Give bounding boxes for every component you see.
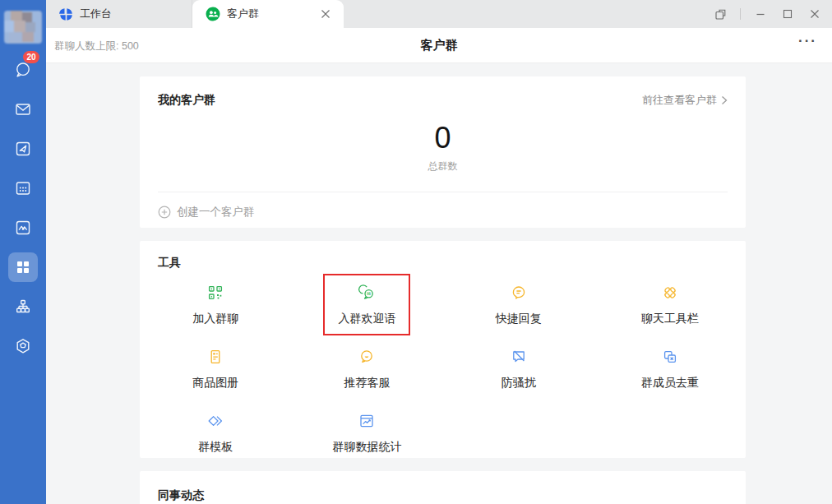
qr-code-icon bbox=[207, 284, 224, 301]
my-groups-card: 我的客户群 前往查看客户群 0 总群数 创建一个客户群 bbox=[140, 76, 746, 228]
calendar-icon bbox=[13, 178, 33, 198]
view-groups-link[interactable]: 前往查看客户群 bbox=[642, 93, 728, 108]
tool-label: 入群欢迎语 bbox=[338, 312, 395, 326]
tool-label: 群成员去重 bbox=[641, 376, 699, 391]
org-chart-icon bbox=[13, 297, 33, 317]
welcome-message-icon: Hi bbox=[358, 284, 376, 301]
tool-group-template[interactable]: 群模板 bbox=[183, 402, 247, 464]
tab-customer-group-label: 客户群 bbox=[227, 7, 259, 21]
colleague-feed-card: 同事动态 bbox=[140, 471, 746, 504]
tool-product-album[interactable]: 商品图册 bbox=[178, 338, 253, 400]
page-header: 群聊人数上限: 500 客户群 ··· bbox=[46, 28, 832, 63]
tool-label: 商品图册 bbox=[192, 376, 238, 391]
group-template-icon bbox=[207, 413, 224, 429]
main-content: 我的客户群 前往查看客户群 0 总群数 创建一个客户群 工具 bbox=[46, 63, 832, 504]
apps-grid-icon bbox=[13, 257, 33, 277]
chevron-right-icon bbox=[721, 95, 728, 105]
tab-customer-group[interactable]: 客户群 bbox=[192, 0, 344, 28]
app-sidebar: 20 bbox=[0, 0, 46, 504]
tab-workbench[interactable]: 工作台 bbox=[46, 0, 192, 28]
tool-label: 群聊数据统计 bbox=[332, 440, 401, 455]
tab-workbench-label: 工作台 bbox=[80, 7, 112, 21]
tool-recommend-service[interactable]: 推荐客服 bbox=[329, 338, 404, 400]
tools-grid: 加入群聊 Hi 入群欢迎语 bbox=[140, 274, 746, 466]
sidebar-item-calendar[interactable] bbox=[8, 173, 38, 203]
avatar-mosaic bbox=[4, 11, 42, 44]
sidebar-item-org[interactable] bbox=[8, 292, 38, 321]
sidebar-item-mail[interactable] bbox=[8, 95, 38, 124]
gallery-icon bbox=[13, 218, 33, 238]
tool-label: 防骚扰 bbox=[502, 376, 536, 391]
tool-welcome-message[interactable]: Hi 入群欢迎语 bbox=[323, 274, 410, 335]
total-groups-label: 总群数 bbox=[158, 160, 728, 173]
tool-member-dedupe[interactable]: 群成员去重 bbox=[626, 338, 714, 400]
sidebar-item-workbench[interactable] bbox=[8, 252, 38, 282]
my-groups-title: 我的客户群 bbox=[158, 93, 215, 108]
sidebar-item-chats[interactable]: 20 bbox=[8, 55, 38, 85]
doc-send-icon bbox=[13, 139, 33, 159]
tool-label: 加入群聊 bbox=[192, 312, 238, 326]
tool-label: 聊天工具栏 bbox=[641, 312, 699, 326]
tools-title: 工具 bbox=[140, 256, 746, 270]
workbench-tab-icon bbox=[59, 7, 73, 21]
more-menu-button[interactable]: ··· bbox=[798, 33, 817, 49]
tool-label: 群模板 bbox=[198, 440, 233, 455]
member-dedupe-icon bbox=[662, 349, 678, 365]
window-controls bbox=[713, 0, 832, 28]
tab-close-icon[interactable] bbox=[321, 9, 330, 19]
create-group-button[interactable]: 创建一个客户群 bbox=[158, 205, 728, 220]
tools-card: 工具 加入群聊 bbox=[140, 241, 746, 458]
hexagon-plugin-icon bbox=[13, 336, 33, 356]
plus-circle-icon bbox=[158, 206, 171, 219]
customer-group-tab-icon bbox=[206, 7, 220, 21]
sidebar-item-docs[interactable] bbox=[8, 134, 38, 164]
view-groups-link-label: 前往查看客户群 bbox=[642, 93, 717, 108]
popout-window-icon[interactable] bbox=[713, 7, 728, 21]
group-stats-icon bbox=[358, 413, 375, 429]
maximize-icon[interactable] bbox=[780, 7, 795, 21]
recommend-service-icon bbox=[358, 349, 375, 365]
tool-chat-toolbar[interactable]: 聊天工具栏 bbox=[626, 274, 714, 335]
close-window-icon[interactable] bbox=[807, 7, 822, 21]
minimize-icon[interactable] bbox=[753, 7, 768, 21]
sidebar-item-plugins[interactable] bbox=[8, 331, 38, 361]
svg-text:Hi: Hi bbox=[367, 292, 372, 296]
page-title: 客户群 bbox=[46, 38, 832, 53]
anti-spam-icon bbox=[511, 349, 527, 365]
unread-badge: 20 bbox=[23, 51, 39, 63]
tool-label: 快捷回复 bbox=[496, 312, 542, 326]
product-album-icon bbox=[207, 349, 224, 365]
colleague-feed-title: 同事动态 bbox=[158, 488, 204, 502]
tab-bar: 工作台 客户群 bbox=[46, 0, 832, 28]
tool-join-group[interactable]: 加入群聊 bbox=[178, 274, 253, 335]
tool-group-stats[interactable]: 群聊数据统计 bbox=[317, 402, 416, 464]
window-controls-divider bbox=[740, 8, 741, 20]
mail-icon bbox=[13, 99, 33, 119]
sidebar-item-gallery[interactable] bbox=[8, 213, 38, 243]
tool-label: 推荐客服 bbox=[344, 376, 390, 391]
quick-reply-icon bbox=[511, 284, 527, 301]
card-divider bbox=[158, 192, 728, 192]
total-groups-count: 0 bbox=[158, 121, 728, 155]
avatar[interactable] bbox=[4, 11, 42, 44]
tool-quick-reply[interactable]: 快捷回复 bbox=[481, 274, 557, 335]
create-group-label: 创建一个客户群 bbox=[177, 205, 255, 220]
chat-toolbar-icon bbox=[662, 284, 678, 301]
tool-anti-spam[interactable]: 防骚扰 bbox=[487, 338, 551, 400]
